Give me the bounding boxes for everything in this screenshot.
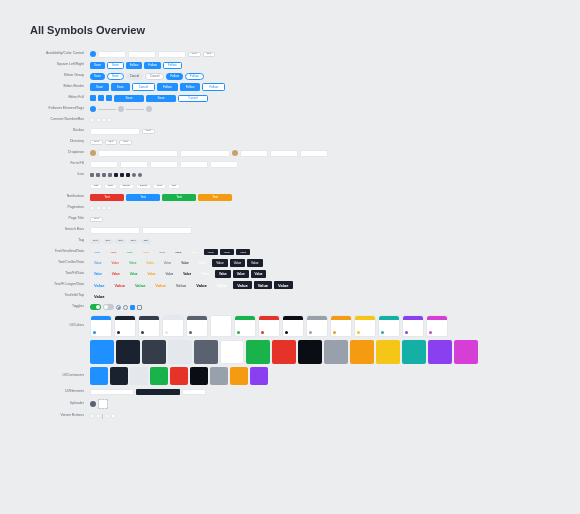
search-input[interactable]: [142, 227, 192, 234]
button[interactable]: Follow: [166, 73, 183, 80]
dropdown[interactable]: [300, 150, 328, 157]
button[interactable]: Follow: [163, 62, 182, 69]
button[interactable]: Follow: [144, 62, 161, 69]
num-box[interactable]: [90, 118, 94, 122]
icon-button[interactable]: [106, 95, 112, 101]
icon-label[interactable]: Text: [168, 184, 181, 189]
chip[interactable]: Text: [203, 52, 216, 57]
icon-label[interactable]: Text: [153, 184, 166, 189]
input[interactable]: [180, 161, 208, 168]
button[interactable]: Cancel: [132, 83, 155, 91]
crumb[interactable]: Text: [119, 140, 132, 145]
row-text-title: Text/title/Top Value: [30, 292, 550, 300]
view-btn[interactable]: [105, 414, 109, 418]
input[interactable]: [120, 161, 148, 168]
color-swatch: [130, 367, 148, 385]
button[interactable]: Follow: [126, 62, 143, 69]
select[interactable]: [128, 51, 156, 58]
num-box[interactable]: [96, 118, 100, 122]
label: Bitton Border: [30, 85, 90, 89]
button[interactable]: Follow: [180, 83, 201, 91]
page-btn[interactable]: [102, 206, 106, 210]
button[interactable]: Save: [111, 83, 130, 91]
page-btn[interactable]: [96, 206, 100, 210]
button[interactable]: Cancel: [145, 73, 164, 80]
select[interactable]: [98, 51, 126, 58]
button[interactable]: Follow: [185, 73, 204, 80]
button[interactable]: Save: [107, 73, 124, 80]
tag[interactable]: Text: [142, 129, 155, 134]
label: Availability/Color Control: [30, 52, 90, 56]
icon-label[interactable]: Edit: [90, 184, 102, 189]
radio[interactable]: [116, 305, 121, 310]
tag[interactable]: Text: [128, 239, 139, 244]
search-input[interactable]: [90, 227, 140, 234]
page-btn[interactable]: [90, 206, 94, 210]
button[interactable]: Save: [90, 73, 105, 80]
checkbox[interactable]: [137, 305, 142, 310]
dropzone[interactable]: [98, 399, 108, 409]
input[interactable]: [210, 161, 238, 168]
button[interactable]: Save: [146, 95, 176, 102]
step-dot[interactable]: [118, 106, 124, 112]
color-card: [402, 315, 424, 337]
tag[interactable]: Text: [115, 239, 126, 244]
crumb[interactable]: Text: [105, 140, 118, 145]
text-sample: Value: [155, 249, 169, 255]
icon-label[interactable]: Edit: [104, 184, 116, 189]
text-sample: Value: [172, 281, 190, 289]
view-btn[interactable]: [96, 414, 100, 418]
button[interactable]: Follow: [202, 83, 225, 91]
step-dot[interactable]: [146, 106, 152, 112]
button[interactable]: Follow: [157, 83, 178, 91]
color-swatch: [230, 367, 248, 385]
select[interactable]: [158, 51, 186, 58]
row-search: Search Bars: [30, 226, 550, 234]
input[interactable]: [90, 161, 118, 168]
view-btn[interactable]: [90, 414, 94, 418]
view-btn[interactable]: [111, 414, 115, 418]
chip[interactable]: Text: [188, 52, 201, 57]
num-box[interactable]: [108, 118, 112, 122]
toast[interactable]: Text: [90, 194, 124, 201]
radio[interactable]: [123, 305, 128, 310]
toast[interactable]: Text: [198, 194, 232, 201]
toggle[interactable]: [103, 304, 114, 310]
tag[interactable]: Text: [90, 239, 101, 244]
label: Tag: [30, 239, 90, 243]
dropdown[interactable]: [98, 150, 178, 157]
tag[interactable]: Text: [103, 239, 114, 244]
toggle[interactable]: [90, 304, 101, 310]
crumb[interactable]: Text: [90, 140, 103, 145]
dropdown[interactable]: [240, 150, 268, 157]
dropdown[interactable]: [270, 150, 298, 157]
dropdown[interactable]: [180, 150, 230, 157]
button[interactable]: Save: [107, 62, 124, 69]
tag[interactable]: Text: [140, 239, 151, 244]
page-btn[interactable]: [108, 206, 112, 210]
icon-button[interactable]: [90, 95, 96, 101]
icon-label[interactable]: Delete: [136, 184, 151, 189]
button[interactable]: Save: [114, 95, 144, 102]
color-swatch: [150, 367, 168, 385]
color-swatch: [324, 340, 348, 364]
text-sample: Value: [177, 259, 192, 267]
toast[interactable]: Text: [126, 194, 160, 201]
button[interactable]: Save: [90, 83, 109, 91]
step-dot[interactable]: [90, 106, 96, 112]
text-sample: Value: [125, 259, 140, 267]
input[interactable]: [90, 128, 140, 135]
num-box[interactable]: [102, 118, 106, 122]
text-sample: Value: [131, 281, 149, 289]
input[interactable]: [150, 161, 178, 168]
icon-button[interactable]: [98, 95, 104, 101]
checkbox[interactable]: [130, 305, 135, 310]
button[interactable]: Save: [90, 62, 105, 69]
upload-icon[interactable]: [90, 401, 96, 407]
button[interactable]: Cancel: [178, 95, 208, 102]
button[interactable]: Cancel: [126, 73, 143, 80]
icon-label[interactable]: Delete: [119, 184, 134, 189]
text-sample: Value: [90, 249, 104, 255]
toast[interactable]: Text: [162, 194, 196, 201]
label: UI/Elements: [30, 390, 90, 394]
